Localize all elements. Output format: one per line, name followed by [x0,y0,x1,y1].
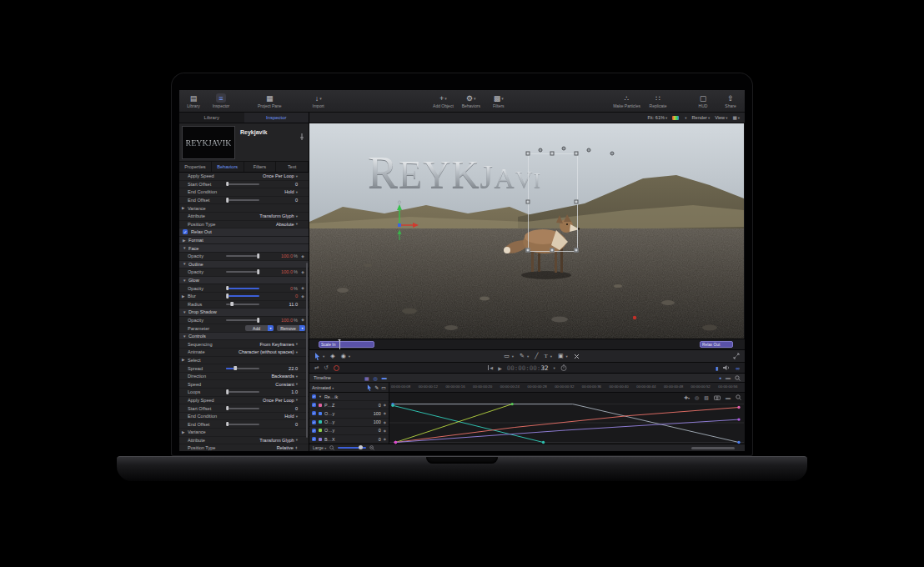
popup-chevron-icon[interactable]: ▾ [296,174,298,178]
view-popup[interactable]: View▾ [715,115,727,120]
zoom-graph-icon[interactable] [736,394,741,400]
param-slider[interactable] [226,255,259,257]
popup-chevron-icon[interactable]: ▾ [296,350,298,354]
popup-value[interactable]: Absolute [276,222,294,227]
track-checkbox[interactable]: ✓ [312,394,316,399]
param-value[interactable]: 0 [295,406,298,411]
popup-value[interactable]: Hold [284,189,294,194]
param-slider[interactable] [226,288,259,289]
disclosure-triangle-icon[interactable]: ▶ [183,238,188,243]
track-row[interactable]: ✓O…y0◆ [309,427,389,435]
param-value[interactable]: 100.0 [281,253,293,258]
disclosure-triangle-icon[interactable]: ▼ [183,262,188,266]
curve-red-ease-rise[interactable] [395,408,739,443]
remove-parameter-button[interactable]: Remove▾ [277,325,305,331]
tab-filters[interactable]: Filters [244,162,277,172]
popup-chevron-icon[interactable]: ▾ [296,414,298,419]
popup-value[interactable]: From Keyframes [259,342,294,347]
behaviors-button[interactable]: ⚙▾ Behaviors [461,93,481,108]
track-value[interactable]: 100 [369,411,381,416]
track-value[interactable]: 0 [369,428,381,433]
popup-value[interactable]: Constant [275,382,294,387]
track-value[interactable]: 0 [369,403,381,408]
stopwatch-icon[interactable] [560,364,567,371]
disclosure-triangle-icon[interactable]: ▶ [182,430,188,434]
image-mask-tool[interactable]: ▣ [558,353,564,359]
param-slider[interactable] [226,424,259,425]
fit-zoom-popup[interactable]: Fit: 61%▾ [647,115,667,120]
param-value[interactable]: 22.0 [289,366,298,371]
show-layers-icon[interactable]: ▦ [364,375,369,381]
pen-icon[interactable]: ✎ [374,384,379,390]
filmstrip-small-icon[interactable]: ▬ [726,395,731,400]
layout-grid-icon[interactable]: ▦▾ [732,115,740,120]
selection-handle[interactable] [526,248,530,253]
keyframe-diamond-icon[interactable]: ◆ [384,403,386,407]
track-checkbox[interactable]: ✓ [312,403,316,407]
track-row[interactable]: ✓O…y100◆ [309,409,389,418]
keyframe-diamond-icon[interactable]: ◆ [300,270,305,274]
param-slider[interactable] [226,295,259,297]
glyph-handle[interactable] [587,148,591,153]
selection-handle[interactable] [575,152,579,156]
selection-box[interactable] [528,153,578,252]
popup-chevron-icon[interactable]: ▾ [296,342,298,346]
param-value[interactable]: 11.0 [289,302,298,307]
keyframe-point-teal-fall[interactable] [391,404,394,407]
timeline-zoom-slider[interactable] [338,447,366,449]
inspector-button[interactable]: ≡ Inspector [211,93,231,108]
play-button[interactable]: ▶ [498,365,502,371]
param-value[interactable]: 100.0 [281,318,293,323]
popup-value[interactable]: Once Per Loop [263,398,294,403]
selection-handle[interactable] [575,248,579,253]
curve-set-popup[interactable]: Animated ▾ [312,385,334,390]
canvas[interactable]: REYKJAVI [309,123,745,339]
tab-library[interactable]: Library [179,113,244,123]
keyframe-point-hold-then-fall[interactable] [737,441,740,444]
import-button[interactable]: ↓▾ Import [309,93,329,108]
slider-thumb[interactable] [226,286,229,291]
slider-thumb[interactable] [226,389,229,394]
hud-button[interactable]: ▢ HUD [693,93,713,108]
slider-thumb[interactable] [226,406,229,411]
loop-playback-icon[interactable]: ↺ [324,364,328,371]
popup-chevron-icon[interactable]: ▾ [299,325,305,331]
slider-thumb[interactable] [226,198,229,203]
keyframe-point-purple-rise[interactable] [737,418,740,420]
disclosure-triangle-icon[interactable]: ▶ [182,294,188,299]
transform-tool[interactable]: ◈ [330,353,334,359]
glyph-handle[interactable] [562,147,566,151]
param-value[interactable]: 0 [295,182,298,187]
share-button[interactable]: ⇧ Share [721,93,741,108]
keyframe-point-magenta-key[interactable] [394,441,397,444]
disclosure-triangle-icon[interactable]: ▼ [183,246,188,250]
track-value[interactable]: 100 [369,419,381,424]
curve-hold-then-fall[interactable] [393,404,739,443]
popup-value[interactable]: Hold [284,414,294,419]
popup-chevron-icon[interactable]: ▾ [296,190,298,194]
track-checkbox[interactable]: ✓ [312,437,316,441]
tab-text[interactable]: Text [276,162,309,172]
popup-value[interactable]: Character (without spaces) [239,349,294,354]
popup-value[interactable]: Transform Glyph [259,213,294,218]
zoom-timeline-icon[interactable] [735,374,741,380]
param-slider[interactable] [226,271,259,273]
tab-inspector[interactable]: Inspector [244,113,309,123]
tab-behaviors[interactable]: Behaviors [212,162,244,172]
keyframe-point-teal-fall[interactable] [542,441,545,444]
param-slider[interactable] [226,183,259,185]
slider-thumb[interactable] [226,182,229,187]
selection-handle[interactable] [550,152,555,156]
curve-transform-icon[interactable]: ▧ [704,394,709,400]
popup-chevron-icon[interactable]: ▾ [296,398,298,402]
slider-thumb[interactable] [226,294,229,299]
track-value[interactable]: 0 [369,437,381,442]
keyframe-diamond-icon[interactable]: ◆ [384,420,386,424]
param-slider[interactable] [226,368,259,369]
popup-value[interactable]: Transform Glyph [259,438,294,443]
tab-properties[interactable]: Properties [179,162,212,172]
keyframe-point-red-ease-rise[interactable] [737,406,740,409]
selection-handle[interactable] [526,152,530,156]
keyframe-diamond-icon[interactable]: ◆ [384,437,386,441]
keyframe-diamond-icon[interactable]: ◆ [300,286,305,290]
